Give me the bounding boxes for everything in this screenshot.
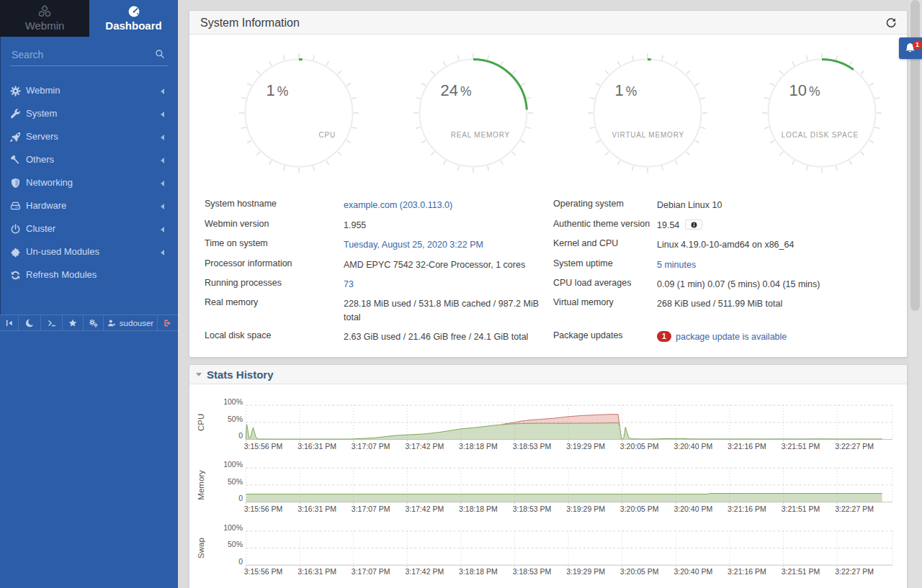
toolbar-favorites[interactable] <box>63 315 84 330</box>
x-axis-label: 3:17:07 PM <box>352 567 390 576</box>
tab-webmin[interactable]: Webmin <box>0 0 89 37</box>
refresh-icon <box>10 270 21 281</box>
sidebar-item-others[interactable]: Others <box>0 148 178 171</box>
caret-left-icon <box>161 135 164 140</box>
toolbar-logout[interactable] <box>158 315 178 330</box>
refresh-icon[interactable] <box>885 17 898 29</box>
x-axis-label: 3:16:31 PM <box>297 505 336 513</box>
x-axis-label: 3:22:27 PM <box>835 505 874 513</box>
x-axis-label: 3:15:56 PM <box>244 442 283 451</box>
info-link[interactable]: 5 minutes <box>657 260 696 270</box>
hdd-icon <box>10 201 21 212</box>
gauge-cpu: 1%CPU <box>234 48 364 178</box>
info-link[interactable]: example.com (203.0.113.0) <box>344 200 452 210</box>
y-axis-label: 50% <box>228 477 243 486</box>
x-axis-label: 3:15:56 PM <box>244 505 283 513</box>
info-value: 228.18 MiB used / 531.8 MiB cached / 987… <box>344 297 541 324</box>
info-value: example.com (203.0.113.0) <box>344 199 541 212</box>
y-axis-label: 100% <box>223 523 243 532</box>
notification-count-badge: 1 <box>913 40 922 50</box>
gauge-label: VIRTUAL MEMORY <box>612 131 684 139</box>
sidebar-menu: WebminSystemServersOthersNetworkingHardw… <box>0 79 178 286</box>
info-label: CPU load averages <box>553 278 631 288</box>
username-label: sudouser <box>120 319 153 327</box>
stats-history-header[interactable]: Stats History <box>189 365 907 384</box>
info-label: Processor information <box>205 258 292 268</box>
sidebar-item-servers[interactable]: Servers <box>0 125 178 148</box>
x-axis-label: 3:21:51 PM <box>782 505 820 513</box>
info-value: 19.54 <box>657 219 895 232</box>
x-axis-label: 3:21:16 PM <box>728 567 766 576</box>
x-axis-label: 3:21:16 PM <box>728 505 766 513</box>
x-axis-label: 3:19:29 PM <box>566 505 605 513</box>
system-information-panel: System Information 1%CPU24%REAL MEMORY1%… <box>189 10 908 358</box>
sidebar-item-un-used-modules[interactable]: Un-used Modules <box>0 240 178 263</box>
info-label: Package updates <box>553 330 623 340</box>
chart-axis-title: Swap <box>197 538 205 558</box>
sidebar-toolbar: sudouser <box>0 315 178 331</box>
info-value: AMD EPYC 7542 32-Core Processor, 1 cores <box>344 258 541 272</box>
stats-history-charts: 100%50%03:15:56 PM3:16:31 PM3:17:07 PM3:… <box>189 384 908 588</box>
gauge-label: LOCAL DISK SPACE <box>781 131 858 139</box>
x-axis-label: 3:19:29 PM <box>566 442 605 451</box>
sidebar-item-networking[interactable]: Networking <box>0 171 178 194</box>
x-axis-label: 3:22:27 PM <box>835 442 874 451</box>
caret-left-icon <box>161 227 164 232</box>
y-axis-label: 100% <box>223 397 243 406</box>
x-axis-label: 3:18:53 PM <box>513 442 552 451</box>
package-updates-badge: 1 <box>657 331 671 342</box>
page-title: System Information <box>200 17 300 30</box>
wrench-icon <box>10 109 21 119</box>
page-scrollbar[interactable] <box>909 0 922 588</box>
x-axis-label: 3:20:40 PM <box>673 505 712 513</box>
info-label: Virtual memory <box>553 297 614 307</box>
toolbar-collapse-sidebar[interactable] <box>0 315 19 330</box>
info-label: Running processes <box>205 278 282 288</box>
sidebar-item-label: Hardware <box>26 194 66 217</box>
caret-left-icon <box>161 250 164 255</box>
toolbar-logged-in-user[interactable]: sudouser <box>104 315 158 330</box>
sidebar-item-refresh-modules[interactable]: Refresh Modules <box>0 263 178 286</box>
info-value: 1package update is available <box>657 330 895 344</box>
sidebar-item-hardware[interactable]: Hardware <box>0 194 178 217</box>
info-value: 5 minutes <box>657 258 895 272</box>
shield-icon <box>10 178 21 189</box>
search-input[interactable] <box>12 47 145 63</box>
sidebar-item-system[interactable]: System <box>0 102 178 125</box>
sidebar-item-cluster[interactable]: Cluster <box>0 217 178 240</box>
x-axis-label: 3:17:42 PM <box>405 505 444 513</box>
tab-webmin-label: Webmin <box>25 19 65 32</box>
theme-info-button[interactable] <box>685 220 702 230</box>
x-axis-label: 3:19:29 PM <box>566 567 605 576</box>
stats-chart-cpu: 100%50%03:15:56 PM3:16:31 PM3:17:07 PM3:… <box>197 397 892 451</box>
gauge-real-memory: 24%REAL MEMORY <box>408 48 538 178</box>
info-link[interactable]: package update is available <box>676 332 787 342</box>
toolbar-terminal[interactable] <box>41 315 63 330</box>
info-link[interactable]: Tuesday, August 25, 2020 3:22 PM <box>344 240 483 250</box>
gauge-virtual-memory: 1%VIRTUAL MEMORY <box>583 48 712 178</box>
search-icon[interactable] <box>155 49 165 59</box>
chart-axis-title: CPU <box>197 414 205 431</box>
info-value: 73 <box>344 278 541 291</box>
sidebar-item-label: Refresh Modules <box>26 263 97 286</box>
info-label: System uptime <box>553 258 613 268</box>
x-axis-label: 3:17:42 PM <box>405 567 444 576</box>
info-link[interactable]: 73 <box>344 279 354 289</box>
x-axis-label: 3:20:05 PM <box>620 505 659 513</box>
notifications-button[interactable]: 1 <box>899 37 922 59</box>
toolbar-theme-settings[interactable] <box>84 315 104 330</box>
tab-dashboard[interactable]: Dashboard <box>89 0 178 37</box>
sidebar-item-webmin[interactable]: Webmin <box>0 79 178 102</box>
gauge-percent-value: 24% <box>440 81 471 99</box>
sidebar-item-label: Servers <box>26 125 58 148</box>
y-axis-label: 0 <box>238 494 243 502</box>
x-axis-label: 3:16:31 PM <box>297 442 336 451</box>
x-axis-label: 3:18:18 PM <box>459 442 498 451</box>
x-axis-label: 3:21:51 PM <box>782 567 820 576</box>
x-axis-label: 3:15:56 PM <box>244 567 283 576</box>
collapse-icon <box>5 319 14 327</box>
toolbar-night-mode[interactable] <box>19 315 41 330</box>
info-label: Local disk space <box>205 330 271 340</box>
info-value: Linux 4.19.0-10-amd64 on x86_64 <box>657 238 895 252</box>
x-axis-label: 3:17:07 PM <box>352 442 390 451</box>
